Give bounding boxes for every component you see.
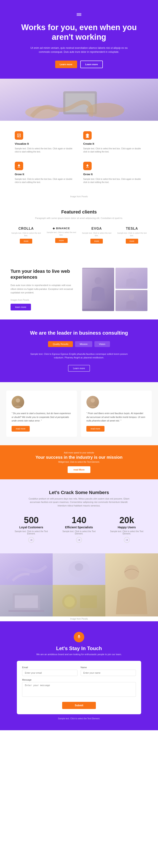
leader-tabs: Quality Results Mission Vision: [17, 341, 141, 347]
submit-button[interactable]: Submit: [62, 702, 96, 709]
cta-read-more-btn[interactable]: read More: [68, 466, 90, 473]
contact-icon: [74, 632, 84, 642]
ideas-images: [82, 268, 148, 311]
client-btn-crolla[interactable]: more: [20, 239, 32, 244]
contact-bottom-text: Sample text. Click to select the Text El…: [17, 717, 141, 720]
numbers-section: Let's Crack Some Numbers Curabitur preti…: [0, 479, 158, 554]
number-specialists: 140: [58, 516, 100, 525]
features-section: Visualize It Sample text. Click to selec…: [0, 79, 158, 199]
svg-rect-23: [15, 595, 38, 608]
ideas-img-bottom-right: [115, 290, 148, 311]
svg-point-29: [78, 637, 80, 638]
number-arrow-users[interactable]: →: [124, 537, 130, 543]
leader-learn-more-btn[interactable]: Learn more: [68, 365, 90, 372]
feature-title-2: Create It: [83, 142, 143, 145]
number-item-specialists: 140 Efficient Specialists Sample text. C…: [58, 516, 100, 543]
svg-point-12: [16, 398, 20, 403]
client-name-evga: EVGA: [81, 227, 112, 230]
feature-icon-2: [83, 131, 91, 140]
svg-point-6: [95, 277, 102, 284]
svg-point-14: [90, 398, 95, 403]
ideas-section: Turn your ideas to live web experiences …: [0, 259, 158, 319]
form-name-group: Name: [81, 666, 136, 676]
svg-point-18: [75, 563, 83, 571]
numbers-grid: 500 Loyal Customers Sample text. Click t…: [10, 516, 148, 543]
cta-title: Your success in the industry is our miss…: [17, 455, 141, 460]
number-arrow-customers[interactable]: →: [28, 537, 34, 543]
svg-point-27: [64, 596, 75, 607]
feature-icon-4: [83, 162, 91, 170]
client-logo-tesla: TESLA Sample text. Click to select the t…: [116, 227, 148, 244]
gallery-section: Image from Pexels: [0, 553, 158, 621]
email-field[interactable]: [22, 670, 78, 676]
hamburger-menu[interactable]: [17, 12, 141, 17]
testimonial-avatar-1: [11, 396, 24, 408]
number-item-customers: 500 Loyal Customers Sample text. Click t…: [10, 516, 52, 543]
leader-tab-mission[interactable]: Mission: [75, 341, 92, 347]
feature-icon-1: [15, 131, 23, 140]
client-btn-tesla[interactable]: more: [126, 239, 138, 244]
number-customers: 500: [10, 516, 52, 525]
features-image-credit: Image from Pexels: [0, 194, 158, 199]
client-logo-evga: EVGA Sample text. Click to select the te…: [81, 227, 112, 244]
client-name-binance: ◈ BINANCE: [46, 227, 77, 230]
gallery-item-coffee: [53, 585, 105, 616]
feature-desc-2: Sample text. Click to select the text bo…: [83, 147, 143, 153]
gallery-item-girl: [105, 553, 158, 616]
ideas-title: Turn your ideas to live web experiences: [10, 268, 76, 280]
svg-point-20: [124, 565, 139, 580]
number-label-customers: Loyal Customers: [10, 526, 52, 529]
hero-primary-btn[interactable]: Learn more: [55, 61, 77, 68]
cta-small-text: Add more speed to your website: [17, 452, 141, 454]
feature-title-4: Grow It: [83, 173, 143, 176]
hero-secondary-btn[interactable]: Learn more: [80, 61, 103, 68]
ideas-img-top-right: [115, 268, 148, 289]
feature-desc-1: Sample text. Click to select the text bo…: [15, 147, 75, 153]
features-cards: Visualize It Sample text. Click to selec…: [0, 121, 158, 194]
contact-form: Email Name Message Submit: [17, 661, 141, 714]
leader-description: Sample text. Click to Egnoux Egnoux Errg…: [26, 352, 132, 360]
client-name-crolla: CROLLA: [10, 227, 42, 230]
testimonial-quote-2: " Proin sed libero enim sed faucibus tur…: [86, 412, 147, 423]
testimonial-btn-1[interactable]: read more: [11, 426, 30, 432]
ideas-learn-more-btn[interactable]: learn more: [10, 304, 31, 310]
hero-description: Ut enim ad minim veniam, quis nostrud ex…: [26, 46, 132, 54]
client-name-tesla: TESLA: [116, 227, 148, 230]
form-message-group: Message: [22, 679, 136, 698]
leader-section: We are the leader in business consulting…: [0, 319, 158, 382]
client-logo-crolla: CROLLA Sample text. Click to select the …: [10, 227, 42, 244]
client-logo-binance: ◈ BINANCE Sample text. Click to select t…: [46, 227, 77, 244]
feature-card-2: Create It Sample text. Click to select t…: [79, 127, 148, 158]
leader-tab-quality[interactable]: Quality Results: [48, 341, 73, 347]
name-label: Name: [81, 666, 136, 669]
client-btn-evga[interactable]: more: [90, 239, 103, 244]
name-field[interactable]: [81, 670, 136, 676]
gallery-image-credit: Image from Pexels: [0, 616, 158, 621]
feature-card-3: Grow It Sample text. Click to select the…: [10, 158, 79, 188]
svg-rect-28: [80, 595, 97, 608]
ideas-img-tall: [82, 268, 114, 311]
testimonial-card-1: " Do you want to start a business, but d…: [6, 391, 77, 437]
clients-subtitle: Paragraph with some ipsum lorem dolor si…: [26, 217, 132, 219]
feature-title-3: Grow It: [15, 173, 75, 176]
features-hero-image: [0, 79, 158, 121]
message-field[interactable]: [22, 682, 136, 697]
numbers-title: Let's Crack Some Numbers: [10, 490, 148, 495]
client-desc-binance: Sample text. Click to select the text bo…: [46, 231, 77, 237]
cta-subtitle: Widget text. Click to select the Text El…: [17, 461, 141, 463]
number-arrow-specialists[interactable]: →: [76, 537, 82, 543]
testimonial-btn-2[interactable]: read more: [86, 426, 105, 432]
svg-point-10: [129, 294, 134, 300]
svg-rect-25: [53, 585, 105, 616]
number-label-specialists: Efficient Specialists: [58, 526, 100, 529]
gallery-item-laptop: [0, 585, 53, 616]
client-btn-binance[interactable]: more: [55, 238, 68, 243]
form-email-group: Email: [22, 666, 78, 676]
feature-card-1: Visualize It Sample text. Click to selec…: [10, 127, 79, 158]
leader-tab-vision[interactable]: Vision: [95, 341, 110, 347]
feature-card-4: Grow It Sample text. Click to select the…: [79, 158, 148, 188]
hero-buttons: Learn more Learn more: [17, 61, 141, 68]
client-desc-evga: Sample text. Click to select the text bo…: [81, 232, 112, 237]
email-label: Email: [22, 666, 78, 669]
leader-title: We are the leader in business consulting: [17, 330, 141, 336]
